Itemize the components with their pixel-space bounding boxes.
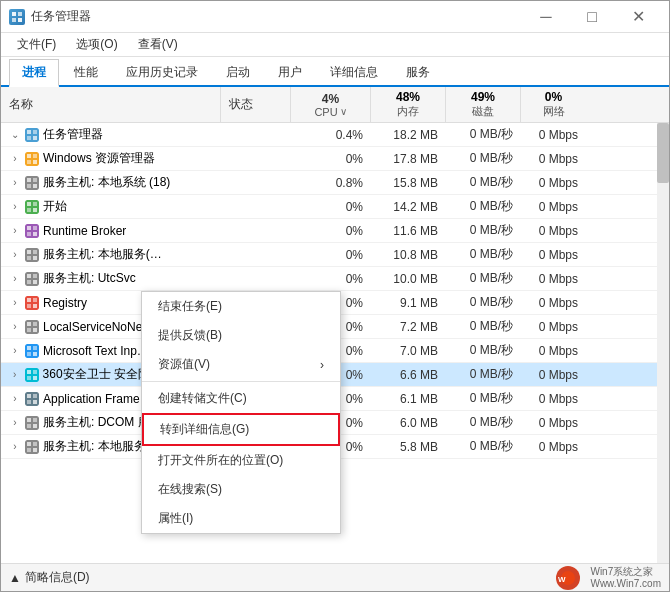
table-row[interactable]: ⌄ 任务管理器 0.4% 18.2 MB 0 MB/秒 0 Mbps	[1, 123, 669, 147]
svg-rect-33	[33, 256, 37, 260]
process-icon	[25, 440, 39, 454]
table-row[interactable]: › Runtime Broker 0% 11.6 MB 0 MB/秒 0 Mbp…	[1, 219, 669, 243]
context-menu-item[interactable]: 提供反馈(B)	[142, 321, 340, 350]
process-net: 0 Mbps	[521, 390, 586, 408]
expand-icon: ▲	[9, 571, 21, 585]
process-net: 0 Mbps	[521, 366, 586, 384]
context-menu-item[interactable]: 在线搜索(S)	[142, 475, 340, 504]
svg-rect-40	[27, 298, 31, 302]
context-menu-item[interactable]: 创建转储文件(C)	[142, 384, 340, 413]
close-button[interactable]: ✕	[615, 1, 661, 33]
tab-performance[interactable]: 性能	[61, 59, 111, 85]
table-row[interactable]: › 开始 0% 14.2 MB 0 MB/秒 0 Mbps	[1, 195, 669, 219]
tab-app-history[interactable]: 应用历史记录	[113, 59, 211, 85]
context-menu: 结束任务(E)提供反馈(B)资源值(V)›创建转储文件(C)转到详细信息(G)打…	[141, 291, 341, 534]
header-disk[interactable]: 49% 磁盘	[446, 87, 521, 122]
tab-services[interactable]: 服务	[393, 59, 443, 85]
scrollbar-thumb[interactable]	[657, 123, 669, 183]
process-icon	[25, 176, 39, 190]
svg-rect-30	[27, 250, 31, 254]
scrollbar[interactable]	[657, 123, 669, 563]
svg-text:W: W	[558, 575, 566, 584]
process-net: 0 Mbps	[521, 342, 586, 360]
process-net: 0 Mbps	[521, 246, 586, 264]
title-bar: 任务管理器 ─ □ ✕	[1, 1, 669, 33]
table-row[interactable]: › 服务主机: 本地系统 (18) 0.8% 15.8 MB 0 MB/秒 0 …	[1, 171, 669, 195]
process-icon	[25, 296, 39, 310]
process-mem: 10.0 MB	[371, 270, 446, 288]
process-mem: 5.8 MB	[371, 438, 446, 456]
context-menu-item[interactable]: 属性(I)	[142, 504, 340, 533]
menu-view[interactable]: 查看(V)	[130, 34, 186, 55]
process-cpu: 0%	[291, 150, 371, 168]
process-icon	[25, 128, 39, 142]
svg-rect-16	[33, 178, 37, 182]
process-status	[221, 253, 291, 257]
table-row[interactable]: › 服务主机: UtcSvc 0% 10.0 MB 0 MB/秒 0 Mbps	[1, 267, 669, 291]
process-cpu: 0.8%	[291, 174, 371, 192]
svg-rect-20	[27, 202, 31, 206]
process-net: 0 Mbps	[521, 174, 586, 192]
tabs-bar: 进程 性能 应用历史记录 启动 用户 详细信息 服务	[1, 57, 669, 87]
menu-options[interactable]: 选项(O)	[68, 34, 125, 55]
svg-rect-7	[27, 136, 31, 140]
process-name: › 服务主机: UtcSvc	[1, 268, 221, 289]
tab-users[interactable]: 用户	[265, 59, 315, 85]
svg-rect-61	[33, 394, 37, 398]
svg-rect-73	[33, 448, 37, 452]
svg-rect-63	[33, 400, 37, 404]
header-name[interactable]: 名称	[1, 87, 221, 122]
minimize-button[interactable]: ─	[523, 1, 569, 33]
context-menu-item[interactable]: 打开文件所在的位置(O)	[142, 446, 340, 475]
expand-arrow: ›	[9, 297, 21, 309]
svg-rect-31	[33, 250, 37, 254]
header-status[interactable]: 状态	[221, 87, 291, 122]
svg-rect-38	[33, 280, 37, 284]
header-mem[interactable]: 48% 内存	[371, 87, 446, 122]
process-cpu: 0%	[291, 270, 371, 288]
process-status	[221, 205, 291, 209]
svg-rect-46	[33, 322, 37, 326]
process-mem: 9.1 MB	[371, 294, 446, 312]
expand-arrow: ›	[9, 393, 21, 405]
svg-rect-52	[27, 352, 31, 356]
process-mem: 6.6 MB	[371, 366, 446, 384]
svg-rect-6	[33, 130, 37, 134]
table-row[interactable]: › 服务主机: 本地服务(… 0% 10.8 MB 0 MB/秒 0 Mbps	[1, 243, 669, 267]
expand-arrow: ›	[9, 417, 21, 429]
process-disk: 0 MB/秒	[446, 292, 521, 313]
svg-rect-66	[33, 418, 37, 422]
context-menu-item[interactable]: 结束任务(E)	[142, 292, 340, 321]
svg-rect-10	[27, 154, 31, 158]
process-mem: 7.2 MB	[371, 318, 446, 336]
process-icon	[25, 320, 39, 334]
context-menu-item[interactable]: 资源值(V)›	[142, 350, 340, 379]
tab-processes[interactable]: 进程	[9, 59, 59, 87]
tab-details[interactable]: 详细信息	[317, 59, 391, 85]
task-manager-window: 任务管理器 ─ □ ✕ 文件(F) 选项(O) 查看(V) 进程 性能 应用历史…	[0, 0, 670, 592]
table-row[interactable]: › Windows 资源管理器 0% 17.8 MB 0 MB/秒 0 Mbps	[1, 147, 669, 171]
svg-rect-25	[27, 226, 31, 230]
header-net[interactable]: 0% 网络	[521, 87, 586, 122]
context-menu-item[interactable]: 转到详细信息(G)	[142, 413, 340, 446]
svg-rect-71	[33, 442, 37, 446]
status-summary[interactable]: ▲ 简略信息(D)	[9, 569, 90, 586]
maximize-button[interactable]: □	[569, 1, 615, 33]
process-icon	[25, 248, 39, 262]
tab-startup[interactable]: 启动	[213, 59, 263, 85]
expand-arrow: ›	[9, 369, 21, 381]
table-header: 名称 状态 4% CPU ∨ 48% 内存 49% 磁盘 0% 网络	[1, 87, 669, 123]
process-mem: 14.2 MB	[371, 198, 446, 216]
svg-rect-22	[27, 208, 31, 212]
expand-arrow: ›	[9, 321, 21, 333]
process-name: › 服务主机: 本地服务(…	[1, 244, 221, 265]
process-name: › Runtime Broker	[1, 222, 221, 240]
svg-rect-42	[27, 304, 31, 308]
header-cpu[interactable]: 4% CPU ∨	[291, 87, 371, 122]
expand-arrow: ›	[9, 273, 21, 285]
menu-file[interactable]: 文件(F)	[9, 34, 64, 55]
process-status	[221, 133, 291, 137]
svg-rect-0	[12, 12, 16, 16]
svg-rect-15	[27, 178, 31, 182]
svg-rect-45	[27, 322, 31, 326]
